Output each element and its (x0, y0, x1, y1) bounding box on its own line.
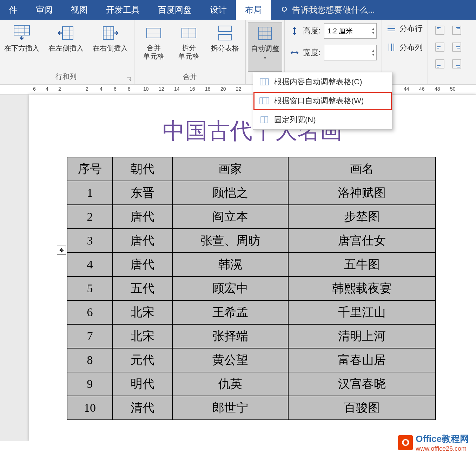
table-cell[interactable]: 10 (67, 396, 113, 420)
table-cell[interactable]: 7 (67, 324, 113, 348)
table-cell[interactable]: 4 (67, 253, 113, 276)
table-cell[interactable]: 洛神赋图 (288, 181, 436, 205)
split-cells-icon (180, 25, 197, 41)
table-cell[interactable]: 清代 (113, 396, 172, 420)
table-cell[interactable]: 顾恺之 (172, 181, 288, 205)
col-index[interactable]: 序号 (67, 157, 113, 181)
tell-me-search[interactable]: 告诉我您想要做什么... (271, 0, 375, 20)
svg-point-0 (282, 7, 286, 11)
merge-cells-button[interactable]: 合并 单元格 (138, 22, 170, 63)
tell-me-placeholder: 告诉我您想要做什么... (292, 4, 375, 15)
table-row[interactable]: 3唐代张萱、周昉唐宫仕女 (67, 229, 436, 253)
table-cell[interactable]: 唐代 (113, 205, 172, 229)
tab-design[interactable]: 设计 (201, 0, 236, 20)
table-row[interactable]: 5五代顾宏中韩熙载夜宴 (67, 276, 436, 300)
table-cell[interactable]: 汉宫春晓 (288, 372, 436, 396)
align-mr-button[interactable] (450, 40, 464, 54)
insert-below-button[interactable]: 在下方插入 (1, 22, 42, 55)
horizontal-ruler[interactable]: 6 4 2 2 4 6 8 10 12 14 16 18 20 22 44 46… (0, 85, 476, 95)
table-cell[interactable]: 唐宫仕女 (288, 229, 436, 253)
autofit-button[interactable]: 自动调整 ▾ (248, 22, 282, 72)
col-work[interactable]: 画名 (288, 157, 436, 181)
autofit-by-content[interactable]: 根据内容自动调整表格(C) (253, 72, 392, 91)
table-row[interactable]: 4唐代韩滉五牛图 (67, 253, 436, 276)
insert-right-button[interactable]: 在右侧插入 (90, 22, 131, 55)
align-br-button[interactable] (450, 57, 464, 71)
table-row[interactable]: 6北宋王希孟千里江山 (67, 300, 436, 324)
watermark-brand: Office教程网 (416, 433, 469, 441)
document-title[interactable]: 中国古代十大名画 (29, 116, 476, 146)
table-cell[interactable]: 五代 (113, 276, 172, 300)
align-tl-button[interactable] (433, 23, 447, 37)
split-table-button[interactable]: 拆分表格 (208, 22, 242, 55)
distribute-rows-button[interactable]: 分布行 (387, 23, 423, 34)
dialog-launcher-icon[interactable] (126, 77, 131, 82)
table-cell[interactable]: 9 (67, 372, 113, 396)
table-cell[interactable]: 郎世宁 (172, 396, 288, 420)
tab-baidu[interactable]: 百度网盘 (149, 0, 201, 20)
table-cell[interactable]: 步辇图 (288, 205, 436, 229)
table-cell[interactable]: 唐代 (113, 253, 172, 276)
table-cell[interactable]: 五牛图 (288, 253, 436, 276)
table-cell[interactable]: 黄公望 (172, 348, 288, 372)
table-cell[interactable]: 1 (67, 181, 113, 205)
table-cell[interactable]: 张择端 (172, 324, 288, 348)
table-cell[interactable]: 富春山居 (288, 348, 436, 372)
tab-developer[interactable]: 开发工具 (97, 0, 149, 20)
width-input[interactable]: ▲▼ (324, 45, 377, 60)
table-cell[interactable]: 仇英 (172, 372, 288, 396)
table-cell[interactable]: 北宋 (113, 324, 172, 348)
table-cell[interactable]: 王希孟 (172, 300, 288, 324)
col-artist[interactable]: 画家 (172, 157, 288, 181)
width-input-field[interactable] (327, 49, 373, 57)
autofit-by-window[interactable]: 根据窗口自动调整表格(W) (253, 91, 392, 110)
table-cell[interactable]: 清明上河 (288, 324, 436, 348)
merge-cells-icon (145, 25, 162, 41)
group-label-rowscols: 行和列 (55, 72, 77, 83)
table-cell[interactable]: 6 (67, 300, 113, 324)
table-cell[interactable]: 5 (67, 276, 113, 300)
table-cell[interactable]: 明代 (113, 372, 172, 396)
tab-review[interactable]: 审阅 (27, 0, 62, 20)
align-bl-button[interactable] (433, 57, 447, 71)
height-input-field[interactable] (327, 27, 373, 35)
align-ml-button[interactable] (433, 40, 447, 54)
table-cell[interactable]: 阎立本 (172, 205, 288, 229)
table-cell[interactable]: 张萱、周昉 (172, 229, 288, 253)
table-row[interactable]: 2唐代阎立本步辇图 (67, 205, 436, 229)
page[interactable]: 中国古代十大名画 ✥ 序号 朝代 画家 画名 1东晋顾恺之洛神赋图2唐代阎立本步… (29, 95, 476, 441)
table-cell[interactable]: 3 (67, 229, 113, 253)
distribute-cols-button[interactable]: 分布列 (387, 42, 423, 53)
table-cell[interactable]: 东晋 (113, 181, 172, 205)
table-cell[interactable]: 元代 (113, 348, 172, 372)
align-tr-button[interactable] (450, 23, 464, 37)
tab-view[interactable]: 视图 (62, 0, 97, 20)
height-spinner[interactable]: ▲▼ (371, 27, 375, 35)
table-cell[interactable]: 百骏图 (288, 396, 436, 420)
table-cell[interactable]: 唐代 (113, 229, 172, 253)
table-row[interactable]: 8元代黄公望富春山居 (67, 348, 436, 372)
insert-left-button[interactable]: 在左侧插入 (46, 22, 86, 55)
table-row[interactable]: 1东晋顾恺之洛神赋图 (67, 181, 436, 205)
table-cell[interactable]: 韩滉 (172, 253, 288, 276)
table-cell[interactable]: 8 (67, 348, 113, 372)
table-row[interactable]: 10清代郎世宁百骏图 (67, 396, 436, 420)
table-row[interactable]: 9明代仇英汉宫春晓 (67, 372, 436, 396)
tab-layout[interactable]: 布局 (236, 0, 271, 20)
table-cell[interactable]: 2 (67, 205, 113, 229)
table-row[interactable]: 7北宋张择端清明上河 (67, 324, 436, 348)
height-input[interactable]: ▲▼ (324, 23, 377, 39)
width-spinner[interactable]: ▲▼ (371, 49, 375, 57)
tab-file[interactable]: 件 (0, 0, 27, 20)
table-header-row[interactable]: 序号 朝代 画家 画名 (67, 157, 436, 181)
table-cell[interactable]: 顾宏中 (172, 276, 288, 300)
table-cell[interactable]: 韩熙载夜宴 (288, 276, 436, 300)
table-cell[interactable]: 北宋 (113, 300, 172, 324)
document-table[interactable]: 序号 朝代 画家 画名 1东晋顾恺之洛神赋图2唐代阎立本步辇图3唐代张萱、周昉唐… (67, 157, 436, 420)
height-label: 高度: (303, 26, 320, 36)
autofit-fixed[interactable]: 固定列宽(N) (253, 110, 392, 129)
table-cell[interactable]: 千里江山 (288, 300, 436, 324)
table-move-handle[interactable]: ✥ (57, 246, 66, 255)
split-cells-button[interactable]: 拆分 单元格 (173, 22, 205, 63)
col-dynasty[interactable]: 朝代 (113, 157, 172, 181)
